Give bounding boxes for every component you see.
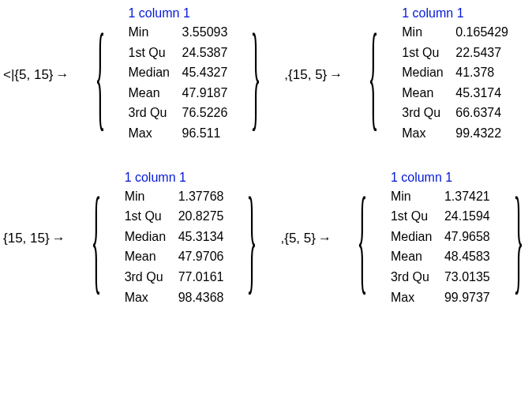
table-header: 1 column 1 <box>402 6 508 21</box>
stat-label: 1st Qu <box>402 43 455 63</box>
stat-label: 3rd Qu <box>129 103 182 123</box>
stat-value: 47.9658 <box>444 227 490 247</box>
arrow-icon: → <box>50 231 68 246</box>
stat-value: 41.378 <box>455 62 494 83</box>
stat-label: Min <box>391 186 444 207</box>
stat-label: Median <box>391 227 444 247</box>
stat-label: Median <box>402 62 455 83</box>
stat-label: Mean <box>402 83 455 103</box>
open-delimiter: <| <box>3 67 14 83</box>
entry-0: {5, 15} → { 1 column 1 Min3.55093 1st Qu… <box>14 6 284 144</box>
table-header: 1 column 1 <box>129 6 228 21</box>
stat-value: 96.511 <box>182 123 221 144</box>
stat-value: 20.8275 <box>178 206 224 227</box>
entry-1: {15, 5} → { 1 column 1 Min0.165429 1st Q… <box>288 6 532 144</box>
stat-value: 48.4583 <box>444 246 490 267</box>
stat-value: 24.5387 <box>182 43 228 63</box>
stat-label: Min <box>125 186 178 207</box>
stat-label: Mean <box>391 246 444 267</box>
stats-table: 1 column 1 Min1.37768 1st Qu20.8275 Medi… <box>125 171 224 308</box>
output-row-1: <| {5, 15} → { 1 column 1 Min3.55093 1st… <box>3 6 529 144</box>
table-header: 1 column 1 <box>125 171 224 185</box>
stats-table: 1 column 1 Min0.165429 1st Qu22.5437 Med… <box>402 6 508 144</box>
stats-table: 1 column 1 Min3.55093 1st Qu24.5387 Medi… <box>129 6 228 144</box>
stat-value: 24.1594 <box>444 206 490 227</box>
stats-table: 1 column 1 Min1.37421 1st Qu24.1594 Medi… <box>391 171 490 308</box>
entry-key: {5, 5} <box>284 231 316 246</box>
entry-2: {15, 15} → { 1 column 1 Min1.37768 1st Q… <box>3 171 280 308</box>
stat-label: Max <box>129 123 182 144</box>
stat-value: 77.0161 <box>178 267 224 287</box>
stat-label: Mean <box>129 83 182 103</box>
arrow-icon: → <box>327 67 345 83</box>
stat-label: Max <box>402 123 455 144</box>
stat-value: 99.4322 <box>455 123 501 144</box>
stat-value: 47.9187 <box>182 83 228 103</box>
stat-label: Max <box>125 287 178 308</box>
stat-label: Max <box>391 287 444 308</box>
output-row-2: {15, 15} → { 1 column 1 Min1.37768 1st Q… <box>3 171 529 308</box>
entry-key: {5, 15} <box>14 67 53 83</box>
stat-value: 45.3174 <box>455 83 501 103</box>
stat-value: 73.0135 <box>444 267 490 287</box>
stat-value: 47.9706 <box>178 246 224 267</box>
stat-value: 45.4327 <box>182 62 228 83</box>
stat-label: 1st Qu <box>125 206 178 227</box>
stat-label: Median <box>129 62 182 83</box>
stat-value: 1.37421 <box>444 186 490 207</box>
stat-value: 98.4368 <box>178 287 224 308</box>
stat-label: 1st Qu <box>391 206 444 227</box>
stat-label: Min <box>129 22 182 43</box>
stat-label: 3rd Qu <box>402 103 455 123</box>
stat-label: 3rd Qu <box>391 267 444 287</box>
entry-key: {15, 5} <box>288 67 327 83</box>
stat-label: Median <box>125 227 178 247</box>
stat-label: 1st Qu <box>129 43 182 63</box>
arrow-icon: → <box>54 67 72 83</box>
stat-value: 99.9737 <box>444 287 490 308</box>
entry-3: {5, 5} → { 1 column 1 Min1.37421 1st Qu2… <box>284 171 532 308</box>
entry-key: {15, 15} <box>3 231 50 246</box>
stat-value: 45.3134 <box>178 227 224 247</box>
stat-value: 66.6374 <box>455 103 501 123</box>
stat-value: 76.5226 <box>182 103 228 123</box>
stat-label: Mean <box>125 246 178 267</box>
stat-value: 3.55093 <box>182 22 228 43</box>
stat-value: 0.165429 <box>455 22 508 43</box>
stat-value: 1.37768 <box>178 186 224 207</box>
stat-value: 22.5437 <box>455 43 501 63</box>
stat-label: Min <box>402 22 455 43</box>
arrow-icon: → <box>316 231 334 246</box>
stat-label: 3rd Qu <box>125 267 178 287</box>
table-header: 1 column 1 <box>391 171 490 185</box>
